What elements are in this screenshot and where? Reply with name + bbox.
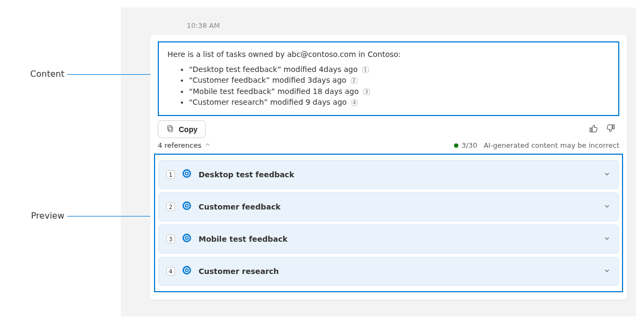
callout-preview-line	[67, 216, 154, 216]
content-item-text: “Customer research” modified 9 days ago	[189, 98, 347, 106]
reference-title: Mobile test feedback	[199, 235, 597, 243]
content-item: “Mobile test feedback” modified 18 days …	[189, 86, 610, 97]
svg-point-9	[185, 269, 188, 272]
message-timestamp: 10:38 AM	[187, 21, 220, 30]
reference-item[interactable]: 2 Customer feedback	[158, 192, 619, 221]
chevron-down-icon	[603, 170, 611, 180]
callout-content-label: Content	[27, 69, 64, 79]
references-header-row: 4 references 3/30 AI-generated content m…	[150, 138, 627, 153]
footnote-ref[interactable]: 4	[352, 99, 358, 106]
thumbs-up-icon	[588, 127, 599, 135]
copy-button-label: Copy	[179, 125, 197, 134]
content-list: “Desktop test feedback” modified 4days a…	[167, 64, 610, 107]
content-intro-text: Here is a list of tasks owned by abc@con…	[167, 50, 610, 59]
loop-icon	[181, 233, 192, 245]
svg-rect-0	[169, 127, 172, 132]
footnote-ref[interactable]: 3	[363, 89, 370, 95]
chevron-down-icon	[603, 202, 611, 212]
loop-icon	[181, 200, 192, 213]
chevron-down-icon	[603, 234, 611, 244]
footnote-ref[interactable]: 2	[351, 77, 357, 84]
svg-point-6	[183, 235, 190, 242]
svg-point-7	[185, 237, 188, 240]
usage-counter: 3/30	[462, 141, 477, 149]
loop-icon	[181, 168, 192, 181]
content-item: “Desktop test feedback” modified 4days a…	[189, 64, 610, 75]
reference-item[interactable]: 3 Mobile test feedback	[158, 225, 619, 254]
svg-point-8	[183, 267, 190, 274]
svg-point-2	[183, 170, 190, 177]
reference-item[interactable]: 4 Customer research	[158, 257, 619, 286]
preview-section: 1 Desktop test feedback 2 Customer feedb…	[154, 154, 623, 292]
content-section: Here is a list of tasks owned by abc@con…	[158, 41, 619, 116]
ai-response-card: Here is a list of tasks owned by abc@con…	[150, 35, 627, 300]
references-toggle[interactable]: 4 references	[158, 141, 211, 149]
svg-rect-1	[167, 126, 171, 131]
svg-point-5	[185, 205, 188, 207]
content-item: “Customer research” modified 9 days ago …	[189, 97, 610, 107]
footnote-ref[interactable]: 1	[362, 67, 369, 73]
reference-number: 1	[166, 170, 175, 179]
content-item-text: “Customer feedback” modified 3days ago	[189, 76, 346, 84]
thumbs-down-icon	[605, 127, 616, 135]
thumbs-up-button[interactable]	[585, 121, 602, 138]
loop-icon	[181, 265, 192, 278]
action-row: Copy	[150, 120, 627, 138]
chevron-up-icon	[204, 141, 211, 149]
content-item-text: “Desktop test feedback” modified 4days a…	[189, 65, 358, 74]
thumbs-down-button[interactable]	[602, 121, 619, 138]
reference-title: Desktop test feedback	[199, 170, 597, 179]
content-item: “Customer feedback” modified 3days ago 2	[189, 75, 610, 85]
content-item-text: “Mobile test feedback” modified 18 days …	[189, 87, 359, 96]
chevron-down-icon	[603, 266, 611, 277]
svg-point-4	[183, 203, 190, 210]
callout-content-line	[67, 74, 158, 75]
copy-button[interactable]: Copy	[158, 120, 206, 138]
reference-title: Customer research	[199, 267, 597, 276]
reference-number: 3	[166, 235, 175, 243]
references-label: 4 references	[158, 141, 201, 149]
copy-icon	[166, 124, 174, 134]
reference-title: Customer feedback	[199, 203, 597, 211]
reference-item[interactable]: 1 Desktop test feedback	[158, 160, 619, 189]
reference-number: 4	[166, 267, 175, 276]
status-dot-icon	[454, 143, 458, 148]
ai-disclaimer: AI-generated content may be incorrect	[484, 141, 619, 149]
callout-preview-label: Preview	[27, 211, 64, 221]
reference-number: 2	[166, 203, 175, 211]
svg-point-3	[185, 172, 188, 175]
